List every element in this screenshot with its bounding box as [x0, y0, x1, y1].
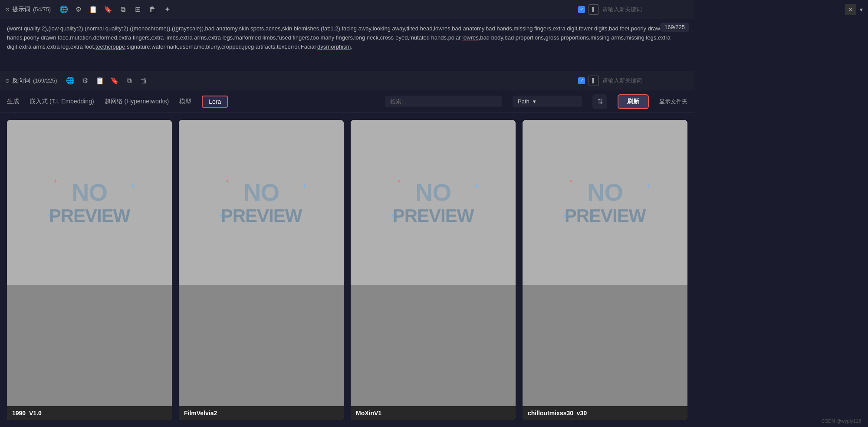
no-preview-text-2: NO PREVIEW — [221, 179, 302, 226]
trash-icon[interactable]: 🗑 — [146, 3, 158, 16]
watermark: CSDN @wyply118 — [822, 418, 861, 424]
negative-split-icon: ▌ — [589, 76, 599, 86]
star-decoration-tl-1: ✦ — [53, 178, 58, 185]
card-preview-chillout: ✦ ✦ ✦ NO PREVIEW — [523, 120, 687, 285]
card-label-chillout: chilloutmixss30_v30 — [523, 406, 687, 420]
card-preview-filmvelvia: ✦ ✦ ✦ NO PREVIEW — [179, 120, 344, 285]
positive-split-icon: ▌ — [589, 4, 599, 15]
star-decoration-tr-4: ✦ — [646, 182, 651, 189]
tab-lora[interactable]: Lora — [202, 96, 228, 108]
path-select[interactable]: Path ▾ — [513, 96, 582, 107]
negative-prompt-header: ⊙ 反向词 (169/225) 🌐 ⚙ 📋 🔖 ⧉ 🗑 ✓ ▌ — [0, 71, 694, 90]
positive-keyword-input[interactable] — [602, 6, 689, 13]
card-preview-moxin: ✦ ✦ ✦ NO PREVIEW — [351, 120, 516, 285]
tab-hypernetworks[interactable]: 超网络 (Hypernetworks) — [105, 96, 169, 107]
negative-keyword-input-area: ✓ ▌ — [578, 76, 689, 86]
star-decoration-tr-3: ✦ — [474, 182, 479, 189]
negative-keyword-input[interactable] — [602, 77, 689, 84]
card-preview-1990: ✦ ✦ ✦ NO PREVIEW — [7, 120, 172, 285]
tab-model[interactable]: 模型 — [179, 96, 191, 107]
tab-generate[interactable]: 生成 — [7, 96, 19, 107]
neg-layers-icon[interactable]: ⧉ — [123, 75, 135, 87]
collapse-icon[interactable]: ⊙ — [5, 7, 10, 13]
star-decoration-tr-1: ✦ — [130, 182, 135, 189]
chevron-down-icon: ▾ — [533, 98, 536, 105]
negative-checkbox[interactable]: ✓ — [578, 77, 585, 84]
star-decoration-bl-2: ✦ — [218, 212, 224, 219]
token-counter-badge: 169/225 — [660, 23, 689, 32]
settings-icon[interactable]: ⚙ — [72, 3, 85, 16]
star-decoration-bl-4: ✦ — [562, 212, 567, 219]
positive-prompt-label: 提示词 — [12, 6, 30, 13]
negative-collapse-icon[interactable]: ⊙ — [5, 78, 10, 84]
lora-card-chillout[interactable]: ✦ ✦ ✦ NO PREVIEW chilloutmixss30_v30 — [523, 120, 687, 420]
layers-icon[interactable]: ⧉ — [117, 3, 129, 16]
neg-bookmark-icon[interactable]: 🔖 — [108, 75, 121, 87]
refresh-button[interactable]: 刷新 — [618, 94, 649, 109]
no-preview-text-4: NO PREVIEW — [565, 179, 646, 226]
close-button[interactable]: ✕ — [845, 4, 856, 15]
search-input[interactable] — [390, 98, 497, 105]
clone-icon[interactable]: ⊞ — [132, 3, 144, 16]
tab-embedding[interactable]: 嵌入式 (T.I. Embedding) — [30, 96, 94, 107]
search-wrap — [385, 96, 502, 107]
positive-prompt-count: (54/75) — [33, 6, 51, 13]
star-decoration-tl-3: ✦ — [397, 178, 402, 185]
negative-prompt-count: (169/225) — [33, 77, 57, 84]
positive-keyword-input-area: ✓ ▌ — [578, 4, 689, 15]
negative-prompt-title: ⊙ 反向词 (169/225) — [5, 77, 57, 85]
no-preview-text-1: NO PREVIEW — [49, 179, 130, 226]
dropdown-arrow-icon[interactable]: ▾ — [860, 6, 863, 13]
tabs-bar: 生成 嵌入式 (T.I. Embedding) 超网络 (Hypernetwor… — [0, 90, 694, 113]
star-decoration-tl-2: ✦ — [225, 178, 230, 185]
copy-icon[interactable]: 📋 — [87, 3, 99, 16]
star-decoration-tr-2: ✦ — [302, 182, 307, 189]
globe-icon[interactable]: 🌐 — [58, 3, 70, 16]
negative-prompt-text: (worst quality:2),(low quality:2),(norma… — [0, 19, 694, 71]
positive-prompt-title: ⊙ 提示词 (54/75) — [5, 6, 51, 13]
neg-trash-icon[interactable]: 🗑 — [138, 75, 150, 87]
lora-card-moxin[interactable]: ✦ ✦ ✦ NO PREVIEW MoXinV1 — [351, 120, 516, 420]
star-decoration-bl-1: ✦ — [46, 212, 52, 219]
negative-text-content: (worst quality:2),(low quality:2),(norma… — [7, 25, 671, 50]
sort-button[interactable]: ⇅ — [592, 94, 607, 109]
lora-card-1990[interactable]: ✦ ✦ ✦ NO PREVIEW 1990_V1.0 — [7, 120, 172, 420]
bookmark-icon[interactable]: 🔖 — [102, 3, 114, 16]
neg-copy-icon[interactable]: 📋 — [94, 75, 106, 87]
card-label-moxin: MoXinV1 — [351, 406, 516, 420]
negative-prompt-label: 反向词 — [12, 77, 30, 85]
lora-cards-grid: ✦ ✦ ✦ NO PREVIEW 1990_V1.0 ✦ ✦ ✦ — [0, 113, 694, 427]
positive-prompt-toolbar: 🌐 ⚙ 📋 🔖 ⧉ ⊞ 🗑 ✦ — [58, 3, 173, 16]
star-decoration-bl-3: ✦ — [390, 212, 395, 219]
right-panel-header: ✕ ▾ — [699, 0, 868, 19]
neg-globe-icon[interactable]: 🌐 — [64, 75, 76, 87]
card-label-filmvelvia: FilmVelvia2 — [179, 406, 344, 420]
neg-settings-icon[interactable]: ⚙ — [79, 75, 91, 87]
path-label: Path — [518, 98, 529, 105]
positive-prompt-header: ⊙ 提示词 (54/75) 🌐 ⚙ 📋 🔖 ⧉ ⊞ 🗑 ✦ ✓ ▌ — [0, 0, 694, 19]
card-label-1990: 1990_V1.0 — [7, 406, 172, 420]
negative-prompt-toolbar: 🌐 ⚙ 📋 🔖 ⧉ 🗑 — [64, 75, 150, 87]
no-preview-text-3: NO PREVIEW — [393, 179, 474, 226]
positive-checkbox[interactable]: ✓ — [578, 6, 585, 13]
star-decoration-tl-4: ✦ — [569, 178, 574, 185]
show-folder-button[interactable]: 显示文件夹 — [659, 98, 687, 106]
lora-card-filmvelvia[interactable]: ✦ ✦ ✦ NO PREVIEW FilmVelvia2 — [179, 120, 344, 420]
magic-icon[interactable]: ✦ — [161, 3, 173, 16]
